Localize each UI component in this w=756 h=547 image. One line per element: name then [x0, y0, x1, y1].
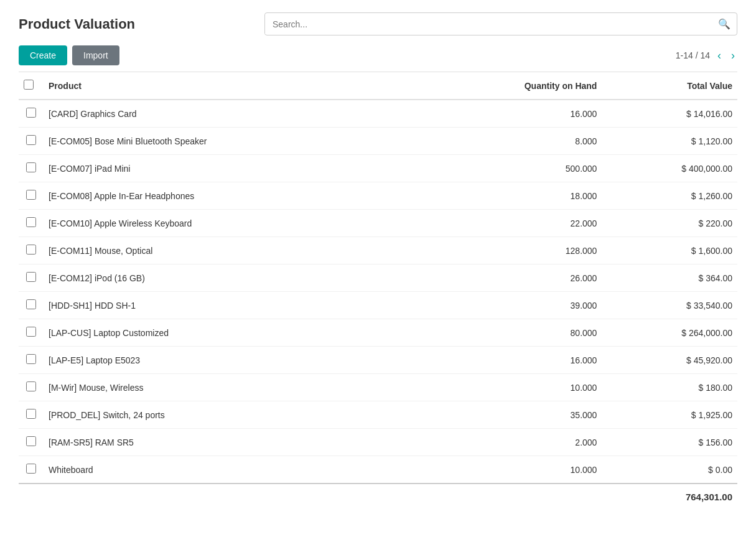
- search-input[interactable]: [265, 14, 712, 34]
- pagination-area: 1-14 / 14 ‹ ›: [676, 49, 737, 62]
- quantity-cell: 128.000: [418, 237, 602, 264]
- header-checkbox-cell: [19, 72, 44, 100]
- row-checkbox-11[interactable]: [26, 409, 36, 419]
- table-row: [RAM-SR5] RAM SR52.000$ 156.00: [19, 429, 737, 456]
- table-row: [PROD_DEL] Switch, 24 ports35.000$ 1,925…: [19, 401, 737, 429]
- row-checkbox-2[interactable]: [26, 162, 36, 172]
- quantity-cell: 22.000: [418, 210, 602, 237]
- table-row: [E-COM05] Bose Mini Bluetooth Speaker8.0…: [19, 128, 737, 155]
- table-row: [E-COM08] Apple In-Ear Headphones18.000$…: [19, 182, 737, 210]
- total-value-cell: $ 220.00: [602, 210, 737, 237]
- total-empty-3: [418, 484, 602, 510]
- table-header-row: Product Quantity on Hand Total Value: [19, 72, 737, 100]
- total-value-cell: $ 400,000.00: [602, 155, 737, 182]
- product-cell: [RAM-SR5] RAM SR5: [44, 429, 418, 456]
- grand-total-value: 764,301.00: [602, 484, 737, 510]
- quantity-cell: 500.000: [418, 155, 602, 182]
- header-area: Product Valuation 🔍 Create Import 1-14 /…: [0, 0, 756, 72]
- total-empty-1: [19, 484, 44, 510]
- button-group: Create Import: [19, 45, 119, 65]
- row-checkbox-4[interactable]: [26, 217, 36, 227]
- row-checkbox-cell: [19, 182, 44, 210]
- quantity-column-header: Quantity on Hand: [418, 72, 602, 100]
- row-checkbox-cell: [19, 264, 44, 292]
- pagination-next-button[interactable]: ›: [729, 49, 737, 62]
- total-value-cell: $ 364.00: [602, 264, 737, 292]
- table-row: [E-COM07] iPad Mini500.000$ 400,000.00: [19, 155, 737, 182]
- table-row: [LAP-CUS] Laptop Customized80.000$ 264,0…: [19, 319, 737, 347]
- title-row: Product Valuation 🔍: [19, 12, 737, 35]
- quantity-cell: 39.000: [418, 292, 602, 319]
- row-checkbox-cell: [19, 128, 44, 155]
- total-value-cell: $ 1,260.00: [602, 182, 737, 210]
- row-checkbox-9[interactable]: [26, 354, 36, 364]
- row-checkbox-7[interactable]: [26, 299, 36, 309]
- row-checkbox-cell: [19, 319, 44, 347]
- toolbar-row: Create Import 1-14 / 14 ‹ ›: [19, 45, 737, 65]
- row-checkbox-1[interactable]: [26, 135, 36, 145]
- create-button[interactable]: Create: [19, 45, 67, 65]
- total-value-cell: $ 14,016.00: [602, 100, 737, 128]
- table-row: [E-COM10] Apple Wireless Keyboard22.000$…: [19, 210, 737, 237]
- page-title: Product Valuation: [19, 16, 135, 32]
- product-cell: [LAP-E5] Laptop E5023: [44, 347, 418, 374]
- product-cell: [CARD] Graphics Card: [44, 100, 418, 128]
- row-checkbox-13[interactable]: [26, 464, 36, 474]
- import-button[interactable]: Import: [72, 45, 119, 65]
- total-value-cell: $ 45,920.00: [602, 347, 737, 374]
- table-body: [CARD] Graphics Card16.000$ 14,016.00[E-…: [19, 100, 737, 510]
- product-cell: [LAP-CUS] Laptop Customized: [44, 319, 418, 347]
- pagination-prev-button[interactable]: ‹: [715, 49, 724, 62]
- table-row: [HDD-SH1] HDD SH-139.000$ 33,540.00: [19, 292, 737, 319]
- total-empty-2: [44, 484, 418, 510]
- total-value-cell: $ 264,000.00: [602, 319, 737, 347]
- table-row: Whiteboard10.000$ 0.00: [19, 456, 737, 484]
- row-checkbox-5[interactable]: [26, 245, 36, 255]
- total-value-column-header: Total Value: [602, 72, 737, 100]
- quantity-cell: 2.000: [418, 429, 602, 456]
- row-checkbox-cell: [19, 100, 44, 128]
- quantity-cell: 18.000: [418, 182, 602, 210]
- product-column-header: Product: [44, 72, 418, 100]
- total-value-cell: $ 156.00: [602, 429, 737, 456]
- row-checkbox-cell: [19, 237, 44, 264]
- row-checkbox-cell: [19, 155, 44, 182]
- total-value-cell: $ 33,540.00: [602, 292, 737, 319]
- table-row: [LAP-E5] Laptop E502316.000$ 45,920.00: [19, 347, 737, 374]
- search-icon: 🔍: [718, 19, 730, 29]
- row-checkbox-cell: [19, 429, 44, 456]
- quantity-cell: 16.000: [418, 347, 602, 374]
- search-icon-button[interactable]: 🔍: [712, 13, 737, 35]
- row-checkbox-cell: [19, 347, 44, 374]
- total-row: 764,301.00: [19, 484, 737, 510]
- row-checkbox-cell: [19, 292, 44, 319]
- row-checkbox-8[interactable]: [26, 327, 36, 337]
- row-checkbox-3[interactable]: [26, 190, 36, 200]
- row-checkbox-10[interactable]: [26, 381, 36, 391]
- total-value-cell: $ 1,600.00: [602, 237, 737, 264]
- quantity-cell: 10.000: [418, 374, 602, 401]
- product-cell: [E-COM07] iPad Mini: [44, 155, 418, 182]
- search-container: 🔍: [264, 12, 737, 35]
- row-checkbox-12[interactable]: [26, 436, 36, 446]
- quantity-cell: 26.000: [418, 264, 602, 292]
- row-checkbox-6[interactable]: [26, 272, 36, 282]
- table-row: [M-Wir] Mouse, Wireless10.000$ 180.00: [19, 374, 737, 401]
- row-checkbox-cell: [19, 401, 44, 429]
- quantity-cell: 16.000: [418, 100, 602, 128]
- quantity-cell: 10.000: [418, 456, 602, 484]
- total-value-cell: $ 0.00: [602, 456, 737, 484]
- pagination-text: 1-14 / 14: [676, 50, 710, 60]
- product-cell: [E-COM11] Mouse, Optical: [44, 237, 418, 264]
- table-row: [E-COM12] iPod (16 GB)26.000$ 364.00: [19, 264, 737, 292]
- page-container: Product Valuation 🔍 Create Import 1-14 /…: [0, 0, 756, 547]
- product-cell: Whiteboard: [44, 456, 418, 484]
- product-cell: [PROD_DEL] Switch, 24 ports: [44, 401, 418, 429]
- row-checkbox-cell: [19, 210, 44, 237]
- row-checkbox-0[interactable]: [26, 108, 36, 118]
- product-cell: [HDD-SH1] HDD SH-1: [44, 292, 418, 319]
- product-cell: [E-COM10] Apple Wireless Keyboard: [44, 210, 418, 237]
- row-checkbox-cell: [19, 456, 44, 484]
- select-all-checkbox[interactable]: [24, 80, 34, 90]
- row-checkbox-cell: [19, 374, 44, 401]
